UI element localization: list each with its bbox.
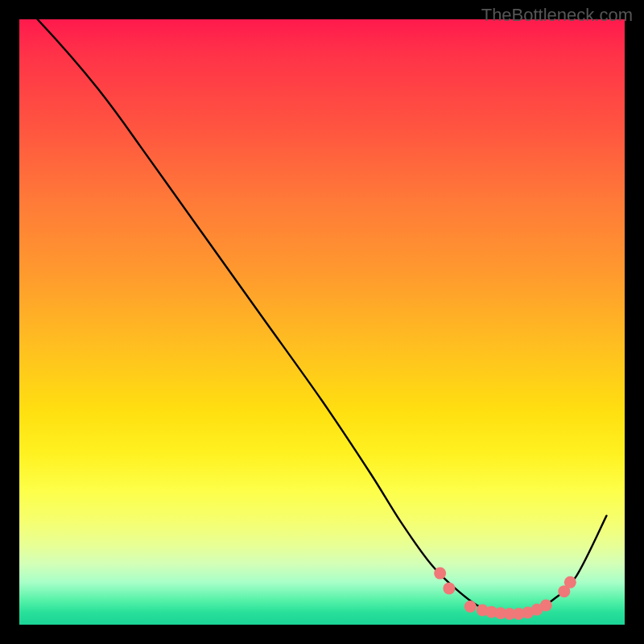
watermark-text: TheBottleneck.com xyxy=(481,5,633,26)
data-marker xyxy=(434,568,446,580)
chart-plot-area xyxy=(19,19,625,625)
data-marker xyxy=(443,582,455,594)
data-marker xyxy=(464,601,477,613)
chart-markers-layer xyxy=(19,19,625,625)
marker-group xyxy=(434,568,576,620)
data-marker xyxy=(540,599,552,611)
data-marker xyxy=(564,576,576,588)
